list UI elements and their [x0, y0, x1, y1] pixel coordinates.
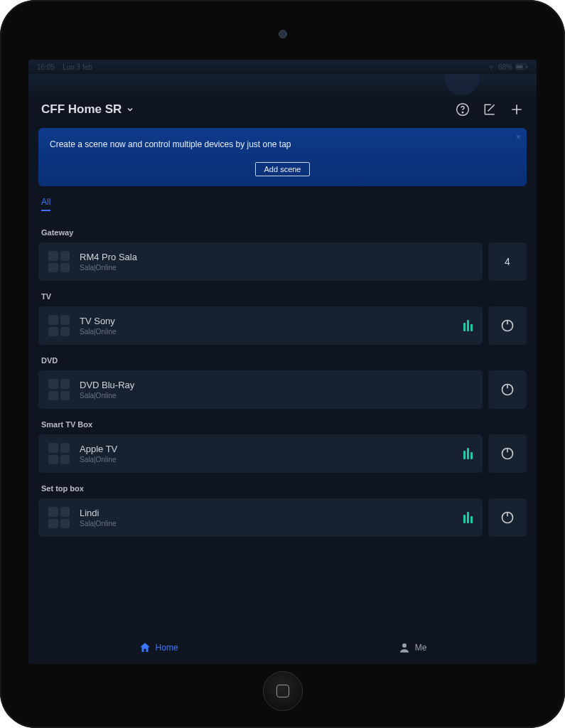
- close-icon[interactable]: ×: [516, 132, 521, 142]
- device-sub: Sala|Online: [80, 456, 458, 464]
- device-sub: Sala|Online: [80, 392, 473, 400]
- edit-icon[interactable]: [483, 102, 497, 117]
- device-info: DVD Blu-Ray Sala|Online: [80, 380, 473, 400]
- device-grid-icon: [48, 315, 70, 336]
- device-name: TV Sony: [80, 316, 458, 326]
- device-row: Lindi Sala|Online: [38, 498, 527, 537]
- device-info: RM4 Pro Sala Sala|Online: [80, 252, 473, 272]
- device-count-button[interactable]: 4: [488, 242, 527, 281]
- power-button[interactable]: [488, 370, 527, 409]
- user-icon: [398, 641, 411, 654]
- nav-me[interactable]: Me: [398, 641, 427, 654]
- device-list: Gateway RM4 Pro Sala Sala|Online 4 TV: [28, 214, 537, 630]
- status-left: 16:05 Lun 3 feb: [37, 63, 92, 71]
- status-bar: 16:05 Lun 3 feb 68%: [28, 60, 537, 74]
- battery-icon: [515, 63, 528, 70]
- equalizer-icon[interactable]: [463, 512, 473, 523]
- tablet-home-button[interactable]: [263, 671, 303, 711]
- device-info: TV Sony Sala|Online: [80, 316, 458, 336]
- bottom-nav: Home Me: [28, 630, 537, 664]
- svg-point-0: [491, 69, 492, 70]
- device-row: Apple TV Sala|Online: [38, 434, 527, 473]
- svg-rect-2: [517, 65, 523, 69]
- section-label-gateway: Gateway: [41, 228, 524, 237]
- device-grid-icon: [48, 251, 70, 272]
- device-info: Apple TV Sala|Online: [80, 444, 458, 464]
- device-name: Apple TV: [80, 444, 458, 454]
- section-label-dvd: DVD: [41, 356, 524, 365]
- power-icon: [500, 318, 515, 333]
- nav-home[interactable]: Home: [139, 641, 178, 654]
- device-grid-icon: [48, 507, 70, 528]
- device-card[interactable]: DVD Blu-Ray Sala|Online: [38, 370, 483, 409]
- device-name: RM4 Pro Sala: [80, 252, 473, 262]
- device-name: Lindi: [80, 508, 458, 518]
- svg-rect-3: [527, 66, 528, 68]
- app-screen: 16:05 Lun 3 feb 68% CFF Home SR: [28, 60, 537, 664]
- banner-text: Create a scene now and control multiple …: [50, 139, 515, 149]
- device-count: 4: [505, 256, 510, 267]
- wifi-icon: [487, 63, 495, 70]
- device-grid-icon: [48, 443, 70, 464]
- device-row: RM4 Pro Sala Sala|Online 4: [38, 242, 527, 281]
- status-right: 68%: [487, 63, 528, 71]
- device-sub: Sala|Online: [80, 520, 458, 528]
- device-row: DVD Blu-Ray Sala|Online: [38, 370, 527, 409]
- section-label-tv: TV: [41, 292, 524, 301]
- device-card[interactable]: Lindi Sala|Online: [38, 498, 483, 537]
- power-icon: [500, 382, 515, 397]
- device-info: Lindi Sala|Online: [80, 508, 458, 528]
- svg-point-5: [462, 112, 463, 113]
- header-background: [28, 74, 537, 100]
- app-header: CFF Home SR: [28, 100, 537, 124]
- help-icon[interactable]: [456, 102, 470, 117]
- power-button[interactable]: [488, 306, 527, 345]
- device-grid-icon: [48, 379, 70, 400]
- tablet-frame: 16:05 Lun 3 feb 68% CFF Home SR: [0, 0, 565, 728]
- add-icon[interactable]: [510, 102, 524, 117]
- power-button[interactable]: [488, 434, 527, 473]
- device-sub: Sala|Online: [80, 328, 458, 336]
- add-scene-button[interactable]: Add scene: [255, 162, 311, 176]
- header-actions: [456, 102, 524, 117]
- section-label-smarttvbox: Smart TV Box: [41, 420, 524, 429]
- status-time: 16:05: [37, 63, 55, 71]
- device-sub: Sala|Online: [80, 264, 473, 272]
- nav-me-label: Me: [415, 643, 427, 653]
- home-selector[interactable]: CFF Home SR: [41, 102, 134, 117]
- equalizer-icon[interactable]: [463, 448, 473, 459]
- power-icon: [500, 510, 515, 525]
- power-icon: [500, 446, 515, 461]
- equalizer-icon[interactable]: [463, 320, 473, 331]
- device-card[interactable]: RM4 Pro Sala Sala|Online: [38, 242, 483, 281]
- home-title-text: CFF Home SR: [41, 102, 122, 117]
- device-name: DVD Blu-Ray: [80, 380, 473, 390]
- power-button[interactable]: [488, 498, 527, 537]
- front-camera: [279, 30, 287, 38]
- svg-point-16: [402, 643, 407, 648]
- scene-banner: × Create a scene now and control multipl…: [38, 128, 527, 186]
- status-battery-text: 68%: [498, 63, 512, 71]
- tab-all[interactable]: All: [41, 197, 50, 211]
- device-row: TV Sony Sala|Online: [38, 306, 527, 345]
- device-card[interactable]: Apple TV Sala|Online: [38, 434, 483, 473]
- filter-tabs: All: [28, 186, 537, 214]
- section-label-settopbox: Set top box: [41, 484, 524, 493]
- home-icon: [139, 641, 151, 654]
- status-date: Lun 3 feb: [63, 63, 92, 71]
- chevron-down-icon: [126, 105, 134, 114]
- device-card[interactable]: TV Sony Sala|Online: [38, 306, 483, 345]
- nav-home-label: Home: [156, 643, 178, 653]
